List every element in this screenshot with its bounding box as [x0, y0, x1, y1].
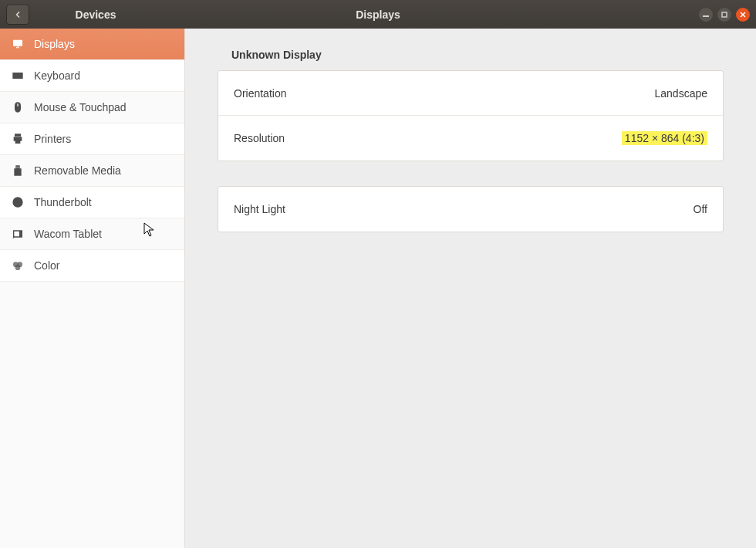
display-settings-panel: Orientation Landscape Resolution 1152 × …	[218, 70, 724, 161]
close-button[interactable]	[736, 8, 750, 22]
resolution-label: Resolution	[234, 132, 285, 144]
sidebar-title: Devices	[29, 8, 162, 21]
chevron-left-icon	[13, 10, 22, 19]
sidebar-item-label: Wacom Tablet	[34, 228, 102, 240]
maximize-button[interactable]	[717, 8, 731, 22]
sidebar-item-label: Mouse & Touchpad	[34, 101, 127, 113]
orientation-label: Orientation	[234, 87, 286, 100]
color-icon	[11, 259, 25, 272]
night-light-row[interactable]: Night Light Off	[218, 187, 723, 232]
main-pane: Unknown Display Orientation Landscape Re…	[185, 29, 756, 548]
sidebar-item-printers[interactable]: Printers	[0, 123, 184, 155]
sidebar-item-label: Printers	[34, 133, 71, 145]
minimize-button[interactable]	[699, 8, 713, 22]
sidebar-item-wacom[interactable]: Wacom Tablet	[0, 218, 184, 250]
sidebar-item-keyboard[interactable]: Keyboard	[0, 60, 184, 92]
titlebar-left: Devices	[0, 5, 185, 25]
printer-icon	[11, 132, 25, 146]
content: Displays Keyboard Mouse & Touchpad Print…	[0, 29, 756, 548]
window-controls	[699, 8, 750, 22]
svg-rect-1	[722, 12, 727, 17]
back-button[interactable]	[6, 5, 29, 25]
sidebar-item-mouse[interactable]: Mouse & Touchpad	[0, 92, 184, 123]
night-light-label: Night Light	[234, 203, 285, 215]
sidebar-item-label: Removable Media	[34, 164, 121, 177]
titlebar: Devices Displays	[0, 0, 756, 29]
display-icon	[11, 37, 25, 51]
svg-point-4	[15, 265, 21, 270]
orientation-value: Landscape	[654, 87, 707, 100]
sidebar-item-thunderbolt[interactable]: Thunderbolt	[0, 187, 184, 218]
night-light-value: Off	[694, 203, 707, 215]
mouse-icon	[11, 100, 25, 114]
orientation-row[interactable]: Orientation Landscape	[218, 71, 723, 116]
section-title: Unknown Display	[231, 49, 724, 61]
sidebar-item-label: Keyboard	[34, 69, 80, 82]
sidebar: Displays Keyboard Mouse & Touchpad Print…	[0, 29, 185, 548]
sidebar-item-label: Displays	[34, 38, 75, 50]
thunderbolt-icon	[11, 195, 25, 209]
sidebar-item-removable-media[interactable]: Removable Media	[0, 155, 184, 187]
sidebar-item-color[interactable]: Color	[0, 250, 184, 282]
tablet-icon	[11, 227, 25, 241]
sidebar-item-label: Color	[34, 259, 59, 272]
night-light-panel: Night Light Off	[218, 186, 724, 232]
usb-icon	[11, 164, 25, 178]
keyboard-icon	[11, 69, 25, 83]
sidebar-item-label: Thunderbolt	[34, 196, 92, 208]
svg-rect-0	[703, 15, 709, 17]
sidebar-item-displays[interactable]: Displays	[0, 29, 184, 60]
resolution-row[interactable]: Resolution 1152 × 864 (4:3)	[218, 116, 723, 161]
window-title: Displays	[356, 8, 400, 21]
resolution-value: 1152 × 864 (4:3)	[622, 131, 707, 145]
